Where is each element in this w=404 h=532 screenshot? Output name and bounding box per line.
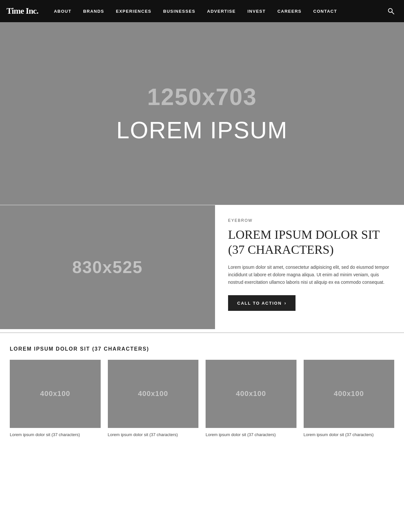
cta-button[interactable]: CALL TO ACTION › — [228, 295, 296, 311]
grid-heading: LOREM IPSUM DOLOR SIT (37 CHARACTERS) — [10, 346, 394, 352]
content-heading: LOREM IPSUM DOLOR SIT (37 CHARACTERS) — [228, 227, 391, 257]
grid-image-4-dims: 400x100 — [334, 389, 364, 398]
list-item: 400x100 Lorem ipsum dolor sit (37 charac… — [108, 360, 199, 438]
grid-caption-1: Lorem ipsum dolor sit (37 characters) — [10, 432, 101, 438]
nav-about[interactable]: ABOUT — [48, 0, 77, 22]
grid-image-2-dims: 400x100 — [138, 389, 168, 398]
header: Time Inc. ABOUT BRANDS EXPERIENCES BUSIN… — [0, 0, 404, 22]
cta-label: CALL TO ACTION — [237, 301, 282, 306]
hero-dimensions: 1250x703 — [147, 84, 257, 110]
grid-image-3-dims: 400x100 — [236, 389, 266, 398]
cta-arrow-icon: › — [284, 300, 287, 306]
grid-caption-2: Lorem ipsum dolor sit (37 characters) — [108, 432, 199, 438]
nav-invest[interactable]: INVEST — [241, 0, 271, 22]
eyebrow-label: EYEBROW — [228, 218, 391, 223]
grid-image-2: 400x100 — [108, 360, 199, 428]
nav-experiences[interactable]: EXPERIENCES — [110, 0, 157, 22]
svg-line-1 — [392, 12, 394, 14]
content-section: 830x525 EYEBROW LOREM IPSUM DOLOR SIT (3… — [0, 205, 404, 329]
nav-advertise[interactable]: ADVERTISE — [201, 0, 242, 22]
grid-section: LOREM IPSUM DOLOR SIT (37 CHARACTERS) 40… — [0, 332, 404, 451]
nav-brands[interactable]: BRANDS — [77, 0, 110, 22]
content-image-dimensions: 830x525 — [72, 257, 143, 277]
grid-image-1: 400x100 — [10, 360, 101, 428]
grid-image-1-dims: 400x100 — [40, 389, 70, 398]
search-icon — [388, 8, 394, 14]
search-button[interactable] — [384, 0, 397, 22]
list-item: 400x100 Lorem ipsum dolor sit (37 charac… — [10, 360, 101, 438]
nav-contact[interactable]: CONTACT — [308, 0, 343, 22]
grid-items-container: 400x100 Lorem ipsum dolor sit (37 charac… — [10, 360, 394, 438]
main-nav: ABOUT BRANDS EXPERIENCES BUSINESSES ADVE… — [48, 0, 384, 22]
nav-careers[interactable]: CAREERS — [271, 0, 307, 22]
content-image: 830x525 — [0, 205, 215, 329]
list-item: 400x100 Lorem ipsum dolor sit (37 charac… — [304, 360, 395, 438]
content-body: Lorem ipsum dolor sit amet, consectetur … — [228, 264, 391, 286]
grid-caption-3: Lorem ipsum dolor sit (37 characters) — [206, 432, 296, 438]
grid-image-3: 400x100 — [206, 360, 296, 428]
nav-businesses[interactable]: BUSINESSES — [157, 0, 201, 22]
grid-image-4: 400x100 — [304, 360, 395, 428]
grid-caption-4: Lorem ipsum dolor sit (37 characters) — [304, 432, 395, 438]
content-text-area: EYEBROW LOREM IPSUM DOLOR SIT (37 CHARAC… — [215, 205, 404, 329]
list-item: 400x100 Lorem ipsum dolor sit (37 charac… — [206, 360, 296, 438]
svg-point-0 — [388, 8, 392, 12]
hero-section: 1250x703 LOREM IPSUM — [0, 22, 404, 205]
logo[interactable]: Time Inc. — [7, 6, 38, 16]
hero-title: LOREM IPSUM — [116, 117, 288, 144]
